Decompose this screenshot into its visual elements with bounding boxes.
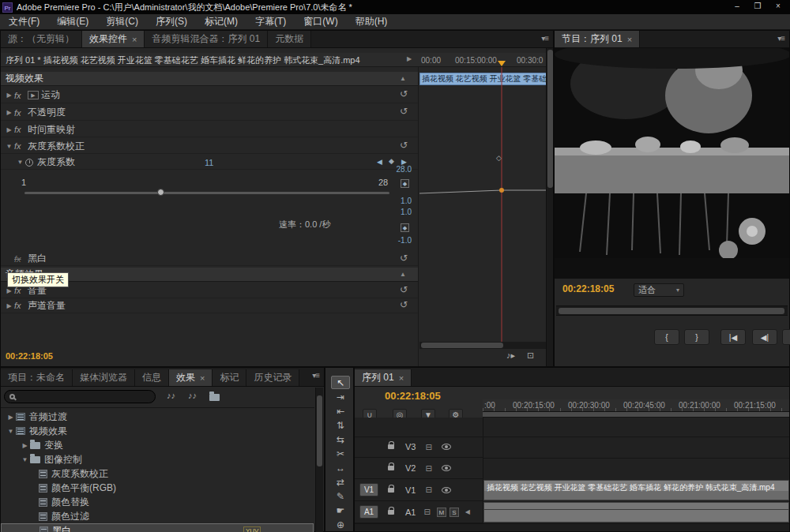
tab-audio-mixer[interactable]: 音频剪辑混合器：序列 01 [145,31,268,47]
tab-program-monitor[interactable]: 节目：序列 01× [555,31,640,47]
twirl-icon[interactable]: ▶ [6,414,16,421]
tree-row-color-balance-rgb[interactable]: 颜色平衡(RGB) [1,481,314,495]
maximize-icon[interactable]: ❐ [747,0,768,13]
track-select-tool[interactable]: ⇥ [331,391,350,404]
twirl-icon[interactable]: ▶ [4,302,14,309]
twirl-icon[interactable]: ▶ [20,442,30,449]
accelerated-effects-icon[interactable]: ♪♪ [167,391,175,400]
twirl-icon[interactable]: ▶ [4,126,14,133]
lock-icon[interactable] [388,444,394,449]
fx-timecode[interactable]: 00:22:18:05 [6,351,53,361]
effect-row-opacity[interactable]: ▶ fx 不透明度 ↺ [1,105,418,121]
program-scrub-bar[interactable] [556,305,788,316]
volume-rubber-band[interactable] [484,509,788,510]
twirl-icon[interactable]: ▶ [4,92,14,99]
reset-icon[interactable]: ↺ [400,88,408,99]
reset-icon[interactable]: ↺ [400,106,408,117]
audio-units-icon[interactable]: ♪♪ [188,391,197,400]
tab-sequence-01[interactable]: 序列 01× [355,369,412,386]
timeline-timecode[interactable]: 00:22:18:05 [385,390,441,402]
menu-file[interactable]: 文件(F) [0,15,48,28]
mini-playhead-icon[interactable] [498,61,506,70]
close-icon[interactable]: × [200,373,205,383]
fx-badge-icon[interactable]: fx [14,301,28,310]
twirl-icon[interactable]: ▼ [15,159,25,166]
tree-row-image-control[interactable]: ▼图像控制 [1,452,314,466]
collapse-up-icon[interactable]: ▲ [400,75,406,82]
close-icon[interactable]: × [627,35,632,44]
effect-row-channel-volume[interactable]: ▶ fx 声道音量 ↺ [1,298,418,313]
tree-row-color-replace[interactable]: 颜色替换 [1,495,314,509]
scroll-thumb[interactable] [547,50,553,188]
mini-hscrollbar[interactable] [419,342,546,349]
twirl-icon[interactable]: ▶ [4,109,14,116]
tab-markers[interactable]: 标记 [213,369,246,386]
effect-row-gamma-correction[interactable]: ▼ fx 灰度系数校正 ↺ [1,139,418,154]
reset-icon[interactable]: ↺ [400,253,408,264]
ripple-edit-tool[interactable]: ⇤ [331,405,350,418]
timeline-ruler[interactable]: :00 00:20:15:00 00:20:30:00 00:20:45:00 … [483,399,789,412]
sync-lock-icon[interactable]: ⊟ [425,443,431,451]
twirl-icon[interactable]: ▶ [4,287,14,294]
add-keyframe-icon[interactable]: ◆ [389,157,394,165]
target-track-v1[interactable]: V1 [359,483,378,496]
mini-timeline-ruler[interactable]: 00:00 00:15:00:00 00:30:0 [418,53,547,67]
mark-out-button[interactable]: } [684,329,709,345]
collapse-left-icon[interactable]: ◀ [465,508,470,515]
mute-toggle[interactable]: M [437,508,446,517]
tree-row-black-white[interactable]: 黑白 YUV [1,523,314,532]
slip-tool[interactable]: ↔ [331,462,350,475]
close-icon[interactable]: × [399,373,404,383]
twirl-icon[interactable]: ▼ [4,143,14,150]
effect-row-motion[interactable]: ▶ fx ▶ 运动 ↺ [1,88,418,103]
tab-info[interactable]: 信息 [135,369,169,386]
effect-row-black-white[interactable]: ▶ fx 黑白 ↺ [1,252,418,266]
tree-row-audio-transitions[interactable]: ▶音频过渡 [1,410,314,424]
menu-clip[interactable]: 剪辑(C) [97,15,147,28]
tree-row-transform[interactable]: ▶变换 [1,438,314,452]
search-input[interactable] [19,392,145,402]
tab-source-monitor[interactable]: 源：（无剪辑） [1,31,82,47]
menu-window[interactable]: 窗口(W) [295,15,346,28]
reset-icon[interactable]: ↺ [400,284,408,295]
scroll-thumb[interactable] [317,395,322,466]
video-clip-v1[interactable]: 插花视频 花艺视频 开业花篮 零基础花艺 婚车插花 鲜花的养护 韩式花束_高清.… [483,480,789,500]
solo-toggle[interactable]: S [450,508,459,517]
keyframe-box-icon[interactable]: ◆ [401,223,409,232]
tab-effect-controls[interactable]: 效果控件× [82,31,145,47]
minimize-icon[interactable]: – [727,0,747,13]
tab-effects[interactable]: 效果× [169,369,213,386]
sync-lock-icon[interactable]: ⊟ [423,508,430,516]
keyframe-box-icon[interactable]: ◆ [401,179,409,188]
hand-tool[interactable]: ☛ [331,504,350,518]
fx-badge-disabled-icon[interactable]: fx [14,254,28,264]
eye-icon[interactable] [442,487,451,493]
collapse-up-icon[interactable]: ▲ [400,271,406,278]
tab-metadata[interactable]: 元数据 [268,31,311,47]
fx-badge-icon[interactable]: fx [14,141,28,151]
play-button[interactable]: ▶ [782,329,790,345]
panel-menu-icon[interactable]: ▾≡ [777,34,784,43]
close-icon[interactable]: × [768,0,788,13]
step-back-button[interactable]: ◀| [752,329,777,345]
play-audio-icon[interactable]: ♪▸ [506,350,515,361]
keyframe-diamond-icon[interactable]: ◇ [496,154,502,162]
twirl-icon[interactable]: ▼ [20,456,30,463]
tree-row-color-pass[interactable]: 颜色过滤 [1,509,314,523]
project-vscrollbar[interactable] [315,388,323,532]
work-area-bar[interactable] [483,412,789,418]
tree-row-gamma-correction[interactable]: 灰度系数校正 [1,466,314,481]
menu-edit[interactable]: 编辑(E) [48,15,97,28]
eye-icon[interactable] [442,465,451,471]
fx-badge-icon[interactable]: fx [14,91,28,100]
razor-tool[interactable]: ✂ [331,448,350,461]
mark-in-button[interactable]: { [654,329,679,345]
go-to-in-button[interactable]: |◀ [720,329,746,345]
scroll-thumb[interactable] [559,308,784,314]
gamma-slider-track[interactable] [24,192,389,194]
sync-lock-icon[interactable]: ⊟ [425,464,431,473]
target-track-a1[interactable]: A1 [359,505,378,519]
program-timecode[interactable]: 00:22:18:05 [562,283,614,294]
fx-vscrollbar[interactable] [546,48,553,366]
reset-icon[interactable]: ↺ [400,299,408,310]
